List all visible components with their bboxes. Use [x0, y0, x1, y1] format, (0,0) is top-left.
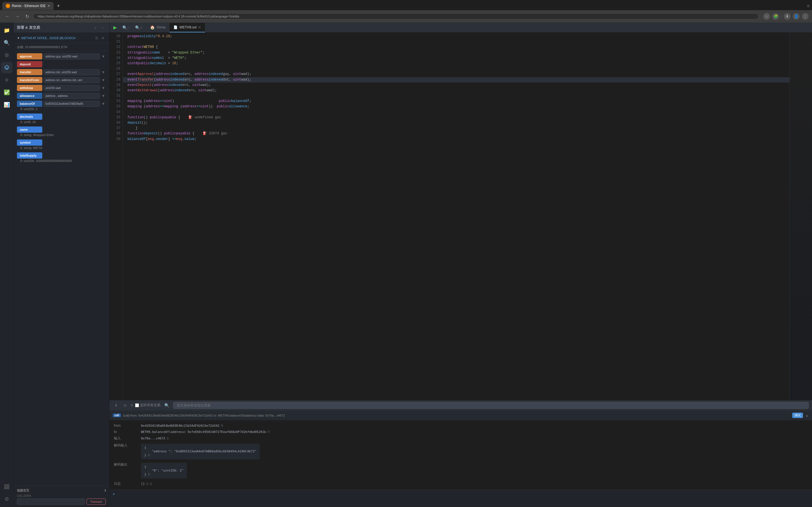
fn-expand-withdraw[interactable]: ▼: [101, 86, 106, 91]
icon-sidebar: 📁 🔍 ✅ 📊 ⚙: [0, 22, 13, 507]
zoom-in-btn[interactable]: 🔍+: [133, 24, 144, 31]
sidebar-item-analysis[interactable]: 📊: [1, 99, 12, 110]
monitor-toggle[interactable]: 监听所有交易: [135, 403, 160, 407]
fn-btn-approve[interactable]: approve: [17, 53, 42, 59]
fn-input-approve[interactable]: [43, 54, 100, 59]
star-btn[interactable]: ☆: [763, 13, 770, 20]
sidebar-item-settings[interactable]: ⚙: [1, 494, 12, 505]
tab-home-label: Home: [156, 25, 165, 29]
sidebar-item-plugins[interactable]: [1, 50, 12, 61]
ln-39: 39: [112, 136, 120, 142]
deploy-expand-btn[interactable]: →: [100, 25, 106, 31]
tab-bar: Remix - Ethereum IDE ✕ + ≡: [0, 0, 812, 10]
tab-weth9-close[interactable]: ✕: [198, 25, 201, 29]
sidebar-item-search[interactable]: 🔍: [1, 37, 12, 48]
tx-field-log: 日志 [] ⎘ ⎘: [109, 480, 812, 487]
tx-from-copy[interactable]: ⎘: [221, 424, 223, 428]
tab-title: Remix - Ethereum IDE: [12, 4, 46, 8]
forward-btn[interactable]: →: [13, 13, 21, 19]
tab-home[interactable]: 🏠 Home: [146, 23, 169, 33]
code-line-33: mapping (address => mapping (address => …: [123, 104, 790, 109]
tx-log-copy1[interactable]: ⎘: [146, 482, 148, 486]
svg-point-1: [6, 79, 7, 81]
code-line-25: uint8 public decimals = 18;: [123, 61, 790, 66]
fn-row-totalsupply: totalSupply: [17, 152, 106, 159]
tx-input-copy[interactable]: ⎘: [167, 437, 169, 441]
sidebar-item-files[interactable]: 📁: [1, 25, 12, 36]
fn-item-totalsupply: totalSupply 0: uint256: 1000000000000000…: [13, 152, 109, 165]
tab-close-btn[interactable]: ✕: [47, 4, 50, 8]
fn-btn-withdraw[interactable]: withdraw: [17, 85, 42, 91]
fn-input-allowance[interactable]: [43, 93, 100, 99]
line-numbers: 20 21 22 23 24 25 26 27 28 29 30 31 32 3…: [109, 33, 123, 400]
bottom-stop-btn[interactable]: ⊘: [122, 402, 129, 408]
sidebar-item-test[interactable]: ✅: [1, 87, 12, 98]
menu-btn[interactable]: ⋮: [802, 13, 809, 20]
deploy-check-btn[interactable]: ✓: [93, 25, 98, 31]
tx-to-copy[interactable]: ⎘: [268, 430, 270, 434]
fn-expand-transferfrom[interactable]: ▼: [101, 77, 106, 83]
tx-header[interactable]: call [call] from: 0x4265A138a6E4bd6E0E46…: [109, 410, 812, 420]
decoded-input-copy[interactable]: ⎘: [148, 453, 150, 457]
browser-tab-remix[interactable]: Remix - Ethereum IDE ✕: [2, 2, 54, 10]
fn-expand-transfer[interactable]: ▼: [101, 69, 106, 75]
run-btn[interactable]: ▶: [112, 24, 118, 31]
tx-expand-btn[interactable]: ▲: [805, 413, 809, 417]
bottom-down-btn[interactable]: ⬇: [113, 402, 119, 408]
tx-debug-btn[interactable]: 调试: [792, 413, 803, 418]
fn-item-transferfrom: transferFrom ▼: [13, 76, 109, 84]
tx-decoded-input-value: { "address ": "0x8D93313edA4e07ABD8a856c…: [141, 443, 808, 460]
contract-copy-btn[interactable]: ⎘: [94, 35, 99, 41]
tab-menu-btn[interactable]: ≡: [807, 3, 810, 9]
calldata-input[interactable]: [17, 499, 85, 505]
fn-input-balanceof[interactable]: [43, 101, 100, 107]
zoom-out-btn[interactable]: 🔍−: [121, 24, 131, 31]
svg-rect-2: [4, 485, 6, 487]
fn-btn-name[interactable]: name: [17, 126, 42, 133]
fn-input-withdraw[interactable]: [43, 85, 100, 91]
fn-btn-totalsupply[interactable]: totalSupply: [17, 152, 42, 159]
ln-32: 32: [112, 99, 120, 104]
fn-input-transferfrom[interactable]: [43, 77, 100, 83]
fn-btn-allowance[interactable]: allowance: [17, 93, 42, 99]
tab-weth9[interactable]: 📄 WETH9.sol ✕: [169, 23, 205, 33]
transact-btn[interactable]: Transact: [87, 499, 106, 505]
fn-btn-deposit[interactable]: deposit: [17, 61, 42, 67]
fn-btn-transfer[interactable]: transfer: [17, 69, 42, 75]
fn-expand-balanceof[interactable]: ▼: [101, 101, 106, 107]
remix-favicon: [6, 4, 10, 8]
extension-btn[interactable]: 🧩: [772, 13, 779, 20]
sidebar-item-deploy[interactable]: [1, 62, 12, 73]
fn-btn-transferfrom[interactable]: transferFrom: [17, 77, 42, 83]
sidebar-item-plugin-manager[interactable]: [1, 481, 12, 492]
profile-btn[interactable]: 👤: [793, 13, 800, 20]
monitor-checkbox[interactable]: [135, 403, 139, 407]
decimals-result: 0: uint8: 18: [20, 120, 36, 124]
fn-expand-approve[interactable]: ▼: [101, 54, 106, 59]
code-content[interactable]: pragma solidity ^0.4.18; contract WETH9 …: [123, 33, 790, 400]
download-btn[interactable]: ⬇: [784, 13, 791, 20]
filter-input[interactable]: [173, 402, 809, 409]
fn-expand-allowance[interactable]: ▼: [101, 93, 106, 99]
contract-header[interactable]: ▼ WETH9 AT 0XFEE...5201B (BLOCKCH ⎘ ✕: [17, 35, 106, 41]
fn-btn-symbol[interactable]: symbol: [17, 139, 42, 146]
tx-log-copy2[interactable]: ⎘: [150, 482, 152, 486]
contract-close-btn[interactable]: ✕: [100, 35, 106, 41]
tx-to-value: WETH9.balanceOf(address) 0xfeE60c4958140…: [141, 430, 808, 434]
new-tab-btn[interactable]: +: [55, 3, 62, 9]
code-line-35: function() public payable { ⛽ undefined …: [123, 115, 790, 120]
code-line-22: contract WETH9 {: [123, 45, 790, 50]
sidebar-item-debug[interactable]: [1, 74, 12, 86]
decoded-output-copy[interactable]: ⎘: [148, 472, 150, 476]
ln-21: 21: [112, 39, 120, 45]
url-bar[interactable]: https://remix.ethereum.org/#lang=zh&opti…: [33, 13, 759, 19]
back-btn[interactable]: ←: [3, 13, 11, 19]
fn-btn-decimals[interactable]: decimals: [17, 114, 42, 120]
fn-btn-balanceof[interactable]: balanceOf: [17, 101, 42, 107]
fn-input-transfer[interactable]: [43, 69, 100, 75]
bottom-search-btn[interactable]: 🔍: [163, 402, 171, 408]
tx-input-label: 输入: [114, 436, 137, 441]
fn-item-deposit: deposit: [13, 60, 109, 68]
refresh-btn[interactable]: ↻: [24, 13, 31, 20]
file-icon: 📄: [173, 25, 177, 29]
